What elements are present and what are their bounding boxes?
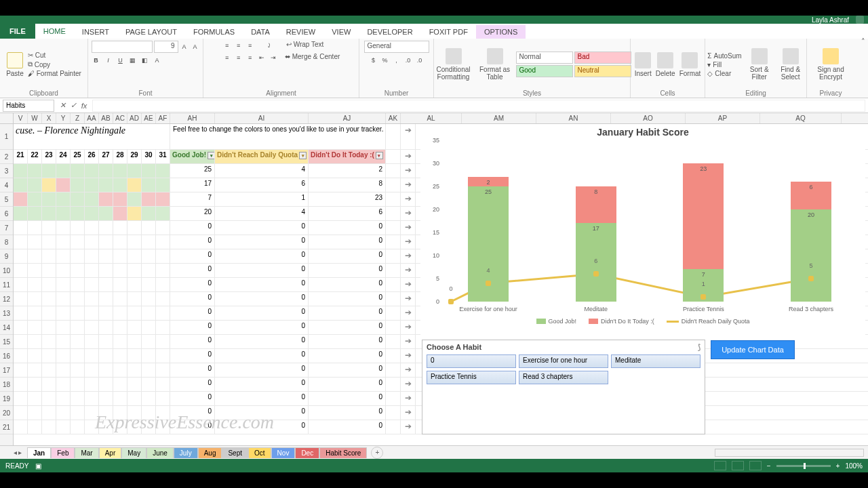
arrow-icon[interactable]: ➔	[401, 292, 416, 306]
arrow-icon[interactable]: ➔	[401, 221, 416, 235]
tab-insert[interactable]: INSERT	[74, 25, 117, 39]
enter-icon[interactable]: ✓	[68, 101, 79, 110]
slicer-item[interactable]: Exercise for one hour	[519, 354, 608, 368]
arrow-icon[interactable]: ➔	[401, 178, 416, 192]
header-no[interactable]: Didn't Do It Today :(▾	[309, 150, 386, 163]
number-format-select[interactable]: General	[364, 41, 429, 53]
filter-icon[interactable]: ▾	[208, 152, 215, 159]
tab-data[interactable]: DATA	[243, 25, 278, 39]
user-avatar[interactable]	[856, 16, 864, 24]
slicer-item[interactable]: 0	[427, 354, 516, 368]
arrow-icon[interactable]: ➔	[401, 278, 416, 291]
tab-file[interactable]: FILE	[0, 24, 35, 39]
sheet-nav-first-icon[interactable]: ◂	[14, 449, 17, 456]
copy-button[interactable]: ⧉Copy	[28, 60, 81, 68]
align-top-icon[interactable]: ≡	[222, 41, 232, 50]
sheet-tab[interactable]: Oct	[248, 447, 271, 458]
arrow-icon[interactable]: ➔	[401, 363, 416, 377]
tab-review[interactable]: REVIEW	[278, 25, 323, 39]
clear-button[interactable]: ◇Clear	[707, 70, 741, 77]
tab-formulas[interactable]: FORMULAS	[185, 25, 243, 39]
add-sheet-button[interactable]: +	[371, 447, 383, 459]
view-page-layout-icon[interactable]	[732, 461, 744, 470]
arrow-icon[interactable]: ➔	[401, 392, 416, 405]
orientation-icon[interactable]: ⤸	[264, 41, 274, 50]
bold-button[interactable]: B	[92, 56, 101, 65]
arrow-icon[interactable]: ➔	[401, 321, 416, 334]
arrow-icon[interactable]: ➔	[401, 124, 416, 149]
comma-icon[interactable]: ,	[392, 56, 401, 65]
arrow-icon[interactable]: ➔	[401, 335, 416, 348]
slicer-item[interactable]: Practice Tennis	[427, 371, 516, 384]
header-good[interactable]: Good Job!▾	[170, 150, 215, 163]
increase-decimal-icon[interactable]: .0	[403, 56, 413, 65]
arrow-icon[interactable]: ➔	[401, 164, 416, 178]
arrow-icon[interactable]: ➔	[401, 192, 416, 206]
style-neutral[interactable]: Neutral	[574, 65, 631, 77]
filter-icon[interactable]: ▾	[299, 152, 307, 159]
zoom-level[interactable]: 100%	[845, 462, 863, 470]
view-normal-icon[interactable]	[714, 461, 726, 470]
arrow-icon[interactable]: ➔	[401, 378, 416, 391]
cut-button[interactable]: ✂Cut	[28, 52, 81, 59]
font-size-select[interactable]: 9	[154, 41, 178, 53]
arrow-icon[interactable]: ➔	[401, 306, 416, 320]
slicer-item[interactable]: Meditate	[611, 354, 701, 368]
insert-cells-button[interactable]: Insert	[635, 52, 652, 77]
quote-cell[interactable]: cuse. – Florence Nightingale	[14, 124, 170, 149]
header-quota[interactable]: Didn't Reach Daily Quota▾	[215, 150, 309, 163]
format-as-table-button[interactable]: Format as Table	[478, 48, 512, 81]
decrease-font-icon[interactable]: A	[191, 42, 200, 52]
collapse-ribbon-icon[interactable]: ˄	[861, 37, 865, 46]
style-good[interactable]: Good	[516, 65, 573, 77]
fx-icon[interactable]: fx	[79, 102, 90, 110]
sheet-tab[interactable]: July	[174, 447, 198, 458]
italic-button[interactable]: I	[104, 56, 113, 65]
decrease-indent-icon[interactable]: ⇤	[257, 53, 267, 62]
sheet-tab[interactable]: Mar	[75, 447, 98, 458]
wrap-text-button[interactable]: ↩Wrap Text	[286, 41, 324, 50]
align-right-icon[interactable]: ≡	[245, 53, 255, 62]
name-box[interactable]	[3, 100, 54, 112]
tab-developer[interactable]: DEVELOPER	[359, 25, 420, 39]
sheet-tab[interactable]: Habit Score	[319, 447, 367, 458]
arrow-icon[interactable]: ➔	[401, 235, 416, 249]
arrow-icon[interactable]: ➔	[401, 249, 416, 263]
tab-options[interactable]: OPTIONS	[476, 25, 526, 39]
underline-button[interactable]: U	[116, 56, 125, 65]
conditional-formatting-button[interactable]: Conditional Formatting	[433, 48, 474, 81]
sheet-tab[interactable]: Apr	[99, 447, 122, 458]
sheet-tab[interactable]: Jan	[27, 447, 51, 458]
filter-icon[interactable]: ▾	[376, 152, 383, 159]
note-cell[interactable]: Feel free to change the colors to ones y…	[170, 124, 386, 149]
tab-foxit-pdf[interactable]: FOXIT PDF	[421, 25, 476, 39]
font-family-select[interactable]	[92, 41, 153, 53]
find-select-button[interactable]: Find & Select	[777, 48, 804, 81]
paste-button[interactable]: Paste	[6, 52, 24, 77]
zoom-slider[interactable]	[776, 465, 831, 467]
sheet-tab[interactable]: Feb	[51, 447, 75, 458]
zoom-out-icon[interactable]: −	[767, 462, 771, 470]
formula-input[interactable]	[92, 100, 865, 112]
fill-button[interactable]: ▾Fill	[707, 61, 741, 68]
increase-indent-icon[interactable]: ⇥	[269, 53, 278, 62]
merge-center-button[interactable]: ⬌Merge & Center	[285, 53, 340, 62]
format-cells-button[interactable]: Format	[679, 52, 701, 77]
fill-color-button[interactable]: ◧	[140, 56, 150, 65]
cancel-icon[interactable]: ✕	[57, 101, 68, 110]
align-middle-icon[interactable]: ≡	[234, 41, 243, 50]
zoom-in-icon[interactable]: +	[836, 462, 840, 470]
sheet-tab[interactable]: Aug	[198, 447, 222, 458]
font-color-button[interactable]: A	[153, 56, 162, 65]
chart[interactable]: January Habit Score 05101520253035 252Ex…	[420, 124, 865, 336]
autosum-button[interactable]: ΣAutoSum	[707, 52, 741, 60]
sheet-tab[interactable]: May	[121, 447, 146, 458]
update-chart-data-button[interactable]: Update Chart Data	[711, 340, 795, 359]
style-bad[interactable]: Bad	[574, 52, 631, 64]
slicer-item[interactable]: Read 3 chapters	[519, 371, 608, 384]
tab-home[interactable]: HOME	[35, 24, 74, 39]
align-left-icon[interactable]: ≡	[222, 53, 232, 62]
format-painter-button[interactable]: 🖌Format Painter	[28, 70, 81, 77]
tab-view[interactable]: VIEW	[323, 25, 359, 39]
style-normal[interactable]: Normal	[516, 52, 573, 64]
